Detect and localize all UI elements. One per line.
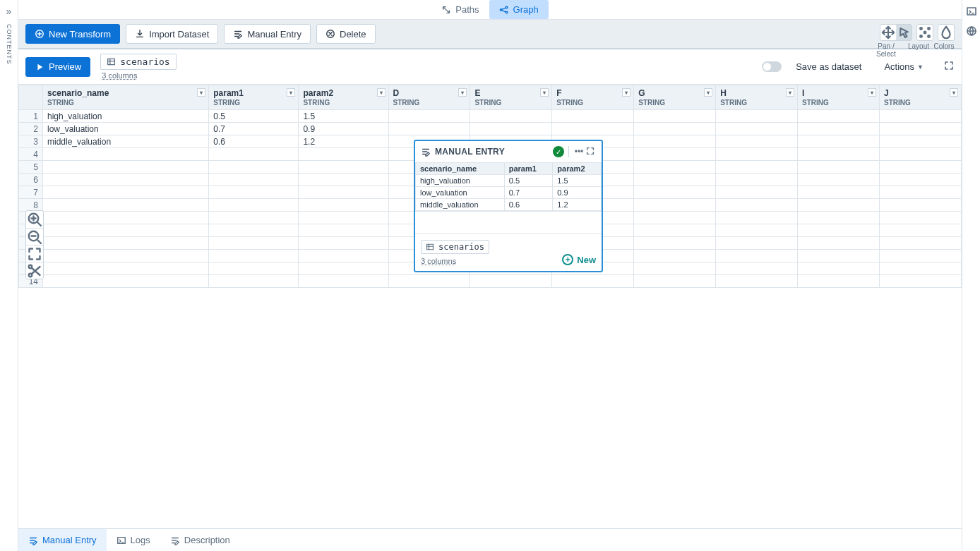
manual-entry-button[interactable]: Manual Entry xyxy=(224,24,311,44)
grid-cell[interactable] xyxy=(470,123,552,135)
grid-cell[interactable] xyxy=(634,224,716,237)
grid-cell[interactable] xyxy=(43,237,209,250)
grid-cell[interactable] xyxy=(879,262,961,275)
grid-col-header[interactable]: scenario_nameSTRING▾ xyxy=(43,85,209,110)
grid-col-header[interactable]: DSTRING▾ xyxy=(388,85,470,110)
grid-cell[interactable] xyxy=(43,161,209,174)
grid-cell[interactable]: high_valuation xyxy=(43,110,209,123)
grid-cell[interactable] xyxy=(634,110,716,123)
grid-cell[interactable] xyxy=(634,262,716,275)
grid-cell[interactable] xyxy=(716,275,798,288)
grid-cell[interactable] xyxy=(716,123,798,135)
grid-cell[interactable] xyxy=(299,186,388,199)
grid-cell[interactable] xyxy=(879,199,961,212)
column-menu-button[interactable]: ▾ xyxy=(540,88,549,97)
grid-cell[interactable] xyxy=(716,174,798,186)
grid-cell[interactable] xyxy=(209,250,299,262)
grid-cell[interactable] xyxy=(716,250,798,262)
column-menu-button[interactable]: ▾ xyxy=(458,88,467,97)
grid-cell[interactable] xyxy=(879,110,961,123)
grid-col-header[interactable]: GSTRING▾ xyxy=(634,85,716,110)
grid-cell[interactable] xyxy=(798,262,880,275)
grid-cell[interactable] xyxy=(299,237,388,250)
grid-cell[interactable] xyxy=(634,186,716,199)
grid-cell[interactable] xyxy=(879,250,961,262)
grid-cell[interactable] xyxy=(43,186,209,199)
grid-cell[interactable] xyxy=(798,123,880,135)
grid-cell[interactable] xyxy=(552,275,634,288)
grid-cell[interactable] xyxy=(209,186,299,199)
column-menu-button[interactable]: ▾ xyxy=(868,88,876,97)
import-dataset-button[interactable]: Import Dataset xyxy=(126,24,218,44)
grid-cell[interactable]: low_valuation xyxy=(43,123,209,135)
grid-cell[interactable] xyxy=(299,224,388,237)
grid-cell[interactable] xyxy=(43,174,209,186)
grid-cell[interactable] xyxy=(552,123,634,135)
column-menu-button[interactable]: ▾ xyxy=(786,88,794,97)
tab-paths[interactable]: Paths xyxy=(431,0,489,19)
grid-cell[interactable] xyxy=(43,250,209,262)
grid-cell[interactable] xyxy=(634,161,716,174)
grid-cell[interactable] xyxy=(299,161,388,174)
node-dataset-chip[interactable]: scenarios xyxy=(421,240,489,254)
grid-cell[interactable] xyxy=(879,212,961,224)
preview-columns-count[interactable]: 3 columns xyxy=(102,71,176,80)
column-menu-button[interactable]: ▾ xyxy=(704,88,712,97)
grid-cell[interactable] xyxy=(634,250,716,262)
grid-cell[interactable]: middle_valuation xyxy=(43,135,209,148)
grid-cell[interactable] xyxy=(716,212,798,224)
grid-cell[interactable] xyxy=(470,275,552,288)
column-menu-button[interactable]: ▾ xyxy=(287,88,295,97)
grid-cell[interactable] xyxy=(716,161,798,174)
grid-cell[interactable] xyxy=(798,224,880,237)
node-new-button[interactable]: + New xyxy=(562,254,596,265)
grid-cell[interactable] xyxy=(798,237,880,250)
pan-mode-button[interactable] xyxy=(880,25,896,40)
column-menu-button[interactable]: ▾ xyxy=(197,88,205,97)
grid-col-header[interactable]: param2STRING▾ xyxy=(299,85,388,110)
grid-cell[interactable] xyxy=(798,110,880,123)
grid-cell[interactable] xyxy=(209,199,299,212)
grid-cell[interactable] xyxy=(43,148,209,161)
grid-cell[interactable] xyxy=(209,161,299,174)
grid-cell[interactable] xyxy=(634,123,716,135)
grid-cell[interactable] xyxy=(634,174,716,186)
bottom-tab-description[interactable]: Description xyxy=(160,529,240,551)
grid-cell[interactable] xyxy=(798,199,880,212)
grid-cell[interactable] xyxy=(470,110,552,123)
grid-cell[interactable] xyxy=(879,161,961,174)
grid-cell[interactable] xyxy=(716,262,798,275)
grid-cell[interactable] xyxy=(716,110,798,123)
grid-cell[interactable] xyxy=(209,262,299,275)
grid-cell[interactable] xyxy=(209,237,299,250)
grid-cell[interactable] xyxy=(879,186,961,199)
node-expand-button[interactable] xyxy=(585,146,596,158)
save-as-dataset-toggle[interactable] xyxy=(762,61,782,72)
grid-cell[interactable]: 0.5 xyxy=(209,110,299,123)
grid-cell[interactable] xyxy=(43,275,209,288)
tab-graph[interactable]: Graph xyxy=(489,0,549,19)
snip-button[interactable] xyxy=(26,262,43,279)
grid-cell[interactable] xyxy=(299,174,388,186)
grid-cell[interactable] xyxy=(209,174,299,186)
console-button[interactable] xyxy=(966,6,977,17)
grid-cell[interactable] xyxy=(43,224,209,237)
grid-col-header[interactable]: param1STRING▾ xyxy=(209,85,299,110)
colors-button[interactable] xyxy=(938,25,954,40)
grid-cell[interactable] xyxy=(299,212,388,224)
grid-cell[interactable] xyxy=(43,212,209,224)
grid-cell[interactable] xyxy=(634,275,716,288)
column-menu-button[interactable]: ▾ xyxy=(950,88,958,97)
grid-cell[interactable] xyxy=(798,250,880,262)
grid-cell[interactable] xyxy=(716,135,798,148)
grid-cell[interactable] xyxy=(879,123,961,135)
layout-button[interactable] xyxy=(917,25,933,40)
grid-cell[interactable] xyxy=(388,275,470,288)
grid-cell[interactable] xyxy=(879,275,961,288)
select-mode-button[interactable] xyxy=(896,25,912,40)
new-transform-button[interactable]: New Transform xyxy=(25,24,120,44)
zoom-out-button[interactable] xyxy=(26,228,43,245)
manual-entry-node[interactable]: MANUAL ENTRY ✓ ••• scenario_nameparam1pa… xyxy=(414,140,603,272)
grid-cell[interactable] xyxy=(299,250,388,262)
grid-cell[interactable] xyxy=(716,199,798,212)
